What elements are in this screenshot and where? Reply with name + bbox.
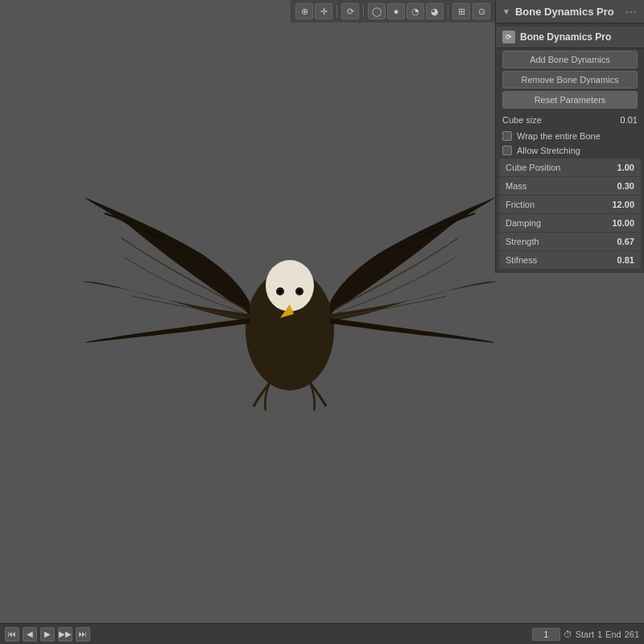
- field-row-strength[interactable]: Strength0.67: [499, 233, 641, 250]
- allow-stretch-row: Allow Stretching: [496, 143, 644, 158]
- field-label-5: Stifness: [506, 255, 537, 265]
- wrap-bone-checkbox[interactable]: [502, 131, 512, 141]
- field-value-0: 1.00: [617, 163, 634, 172]
- field-row-stifness[interactable]: Stifness0.81: [499, 251, 641, 269]
- panel-options-icon[interactable]: ···: [625, 5, 638, 18]
- field-row-cube-position[interactable]: Cube Position1.00: [499, 159, 641, 176]
- section-title: Bone Dynamics Pro: [520, 31, 611, 43]
- move-tool-icon[interactable]: ✛: [315, 3, 332, 19]
- wrap-bone-label: Wrap the entire Bone: [517, 131, 601, 141]
- field-value-1: 0.30: [617, 181, 634, 191]
- shading-mode-icon[interactable]: ◯: [368, 3, 386, 19]
- svg-point-1: [266, 260, 314, 312]
- eagle-illustration: [80, 97, 499, 443]
- field-row-damping[interactable]: Damping10.00: [499, 214, 641, 232]
- start-label: Start: [576, 630, 594, 639]
- cube-size-value: 0.01: [601, 115, 638, 125]
- svg-point-6: [298, 290, 301, 293]
- field-value-3: 10.00: [612, 218, 634, 228]
- field-value-4: 0.67: [617, 237, 634, 246]
- jump-end-button[interactable]: ⏭: [76, 627, 90, 642]
- current-frame-display[interactable]: 1: [532, 628, 560, 641]
- gizmo-icon[interactable]: ⊙: [473, 3, 490, 19]
- field-value-5: 0.81: [617, 255, 634, 265]
- step-back-button[interactable]: ◀: [23, 627, 37, 642]
- shading-rendered-icon[interactable]: ◕: [426, 3, 444, 19]
- panel-title: Bone Dynamics Pro: [515, 6, 614, 18]
- panel-content: ⟳ Bone Dynamics Pro Add Bone Dynamics Re…: [496, 23, 644, 273]
- play-button[interactable]: ▶: [40, 627, 55, 642]
- bottom-bar: ⏮ ◀ ▶ ▶▶ ⏭ 1 ⏱ Start 1 End 261: [0, 623, 644, 644]
- end-value: 261: [625, 630, 639, 639]
- viewport-toolbar: ⊕ ✛ ⟳ ◯ ● ◔ ◕ ⊞ ⊙: [291, 0, 495, 23]
- cube-size-row: Cube size 0.01: [496, 111, 644, 129]
- allow-stretch-label: Allow Stretching: [517, 146, 580, 155]
- start-value: 1: [597, 630, 602, 639]
- right-panel: ▼ Bone Dynamics Pro ··· ⟳ Bone Dynamics …: [495, 0, 644, 273]
- step-forward-button[interactable]: ▶▶: [58, 627, 72, 642]
- overlay-icon[interactable]: ⊞: [452, 3, 470, 19]
- panel-header: ▼ Bone Dynamics Pro ···: [496, 0, 644, 23]
- jump-start-button[interactable]: ⏮: [5, 627, 19, 642]
- wrap-bone-row: Wrap the entire Bone: [496, 129, 644, 143]
- start-icon: ⏱: [564, 630, 572, 639]
- allow-stretch-checkbox[interactable]: [502, 146, 512, 155]
- field-row-mass[interactable]: Mass0.30: [499, 177, 641, 195]
- end-label: End: [605, 630, 621, 639]
- svg-point-4: [279, 290, 282, 293]
- section-header: ⟳ Bone Dynamics Pro: [496, 27, 644, 48]
- panel-collapse-arrow[interactable]: ▼: [502, 7, 510, 16]
- field-label-3: Damping: [506, 218, 541, 228]
- remove-bone-dynamics-button[interactable]: Remove Bone Dynamics: [502, 71, 638, 89]
- field-value-2: 12.00: [612, 200, 634, 209]
- reset-parameters-button[interactable]: Reset Parameters: [502, 91, 638, 109]
- cube-size-label: Cube size: [502, 115, 601, 125]
- global-transform-icon[interactable]: ⟳: [341, 3, 359, 19]
- field-label-4: Strength: [506, 237, 539, 246]
- cursor-tool-icon[interactable]: ⊕: [295, 3, 313, 19]
- field-label-0: Cube Position: [506, 163, 561, 172]
- field-row-friction[interactable]: Friction12.00: [499, 196, 641, 213]
- shading-solid-icon[interactable]: ●: [387, 3, 405, 19]
- field-label-2: Friction: [506, 200, 535, 209]
- fields-container: Cube Position1.00Mass0.30Friction12.00Da…: [496, 159, 644, 269]
- shading-material-icon[interactable]: ◔: [407, 3, 424, 19]
- add-bone-dynamics-button[interactable]: Add Bone Dynamics: [502, 51, 638, 68]
- bone-dynamics-icon: ⟳: [502, 31, 515, 43]
- field-label-1: Mass: [506, 181, 526, 191]
